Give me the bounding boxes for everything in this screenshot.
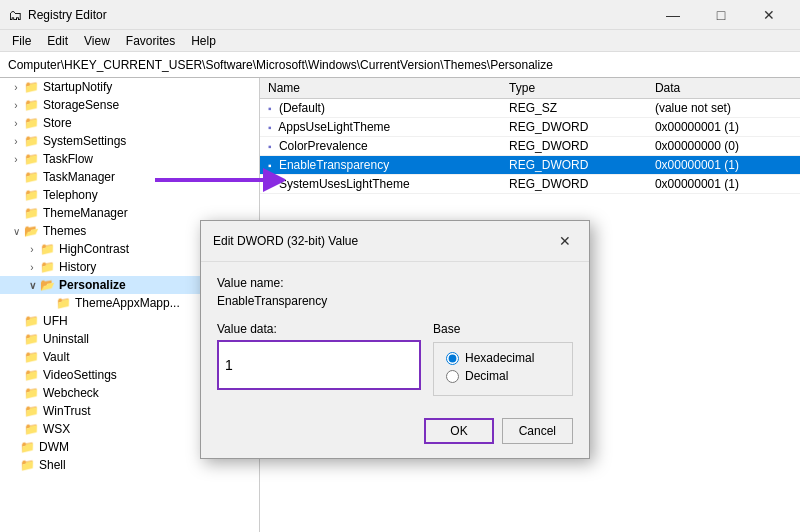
dialog-title: Edit DWORD (32-bit) Value [213, 234, 358, 248]
table-row-enabletransparency[interactable]: ▪ EnableTransparency REG_DWORD 0x0000000… [260, 156, 800, 175]
folder-icon: 📁 [24, 350, 39, 364]
tree-label: WSX [43, 422, 70, 436]
folder-icon: 📁 [24, 116, 39, 130]
base-section: Base Hexadecimal Decimal [433, 322, 573, 396]
cancel-button[interactable]: Cancel [502, 418, 573, 444]
folder-icon: 📁 [20, 440, 35, 454]
tree-label: HighContrast [59, 242, 129, 256]
folder-icon: 📁 [24, 152, 39, 166]
expand-icon: › [24, 262, 40, 273]
tree-label: History [59, 260, 96, 274]
tree-label: Telephony [43, 188, 98, 202]
address-path: Computer\HKEY_CURRENT_USER\Software\Micr… [8, 58, 553, 72]
folder-icon: 📁 [24, 314, 39, 328]
menu-view[interactable]: View [76, 32, 118, 50]
hexadecimal-option[interactable]: Hexadecimal [446, 351, 560, 365]
decimal-label: Decimal [465, 369, 508, 383]
decimal-radio[interactable] [446, 370, 459, 383]
tree-label: WinTrust [43, 404, 91, 418]
folder-open-icon: 📂 [24, 224, 39, 238]
folder-icon: 📁 [24, 206, 39, 220]
reg-dword-icon: ▪ [268, 141, 272, 152]
menu-favorites[interactable]: Favorites [118, 32, 183, 50]
tree-item-taskflow[interactable]: › 📁 TaskFlow [0, 150, 259, 168]
tree-item-startupnotify[interactable]: › 📁 StartupNotify [0, 78, 259, 96]
maximize-button[interactable]: □ [698, 0, 744, 30]
col-header-type[interactable]: Type [501, 78, 647, 99]
base-label: Base [433, 322, 573, 336]
tree-label: Shell [39, 458, 66, 472]
expand-icon: › [8, 82, 24, 93]
value-data-section: Value data: [217, 322, 421, 396]
reg-name: ▪ AppsUseLightTheme [260, 118, 501, 137]
folder-icon: 📁 [40, 260, 55, 274]
tree-label: Uninstall [43, 332, 89, 346]
reg-dword-icon: ▪ [268, 160, 272, 171]
value-name-value: EnableTransparency [217, 294, 573, 308]
menu-help[interactable]: Help [183, 32, 224, 50]
reg-type: REG_DWORD [501, 175, 647, 194]
folder-icon: 📁 [40, 242, 55, 256]
ok-button[interactable]: OK [424, 418, 493, 444]
table-row[interactable]: ▪ ColorPrevalence REG_DWORD 0x00000000 (… [260, 137, 800, 156]
tree-item-systemsettings[interactable]: › 📁 SystemSettings [0, 132, 259, 150]
tree-item-taskmanager[interactable]: 📁 TaskManager [0, 168, 259, 186]
value-name-label: Value name: [217, 276, 573, 290]
folder-icon: 📁 [24, 368, 39, 382]
tree-label: ThemeManager [43, 206, 128, 220]
reg-data: 0x00000000 (0) [647, 137, 800, 156]
folder-open-icon: 📂 [40, 278, 55, 292]
window-controls: — □ ✕ [650, 0, 792, 30]
dialog-titlebar: Edit DWORD (32-bit) Value ✕ [201, 221, 589, 262]
dialog-body: Value name: EnableTransparency Value dat… [201, 262, 589, 410]
address-bar[interactable]: Computer\HKEY_CURRENT_USER\Software\Micr… [0, 52, 800, 78]
folder-icon: 📁 [24, 98, 39, 112]
menu-file[interactable]: File [4, 32, 39, 50]
table-row[interactable]: ▪ (Default) REG_SZ (value not set) [260, 99, 800, 118]
table-row[interactable]: ▪ SystemUsesLightTheme REG_DWORD 0x00000… [260, 175, 800, 194]
expand-icon: › [24, 244, 40, 255]
reg-type: REG_DWORD [501, 156, 647, 175]
menu-edit[interactable]: Edit [39, 32, 76, 50]
close-button[interactable]: ✕ [746, 0, 792, 30]
tree-item-telephony[interactable]: 📁 Telephony [0, 186, 259, 204]
tree-item-store[interactable]: › 📁 Store [0, 114, 259, 132]
app-icon: 🗂 [8, 7, 22, 23]
minimize-button[interactable]: — [650, 0, 696, 30]
dialog-close-button[interactable]: ✕ [553, 229, 577, 253]
tree-item-storagesense[interactable]: › 📁 StorageSense [0, 96, 259, 114]
tree-label: ThemeAppxMapp... [75, 296, 180, 310]
reg-default-icon: ▪ [268, 103, 272, 114]
col-header-data[interactable]: Data [647, 78, 800, 99]
hexadecimal-radio[interactable] [446, 352, 459, 365]
tree-label: SystemSettings [43, 134, 126, 148]
value-data-input[interactable] [217, 340, 421, 390]
reg-data: 0x00000001 (1) [647, 118, 800, 137]
tree-label: Vault [43, 350, 69, 364]
folder-icon: 📁 [24, 332, 39, 346]
app-title: Registry Editor [28, 8, 107, 22]
dialog-row: Value data: Base Hexadecimal Decimal [217, 322, 573, 396]
col-header-name[interactable]: Name [260, 78, 501, 99]
menubar: File Edit View Favorites Help [0, 30, 800, 52]
folder-icon: 📁 [56, 296, 71, 310]
expand-icon: › [8, 136, 24, 147]
folder-icon: 📁 [24, 188, 39, 202]
tree-label: Store [43, 116, 72, 130]
reg-name: ▪ ColorPrevalence [260, 137, 501, 156]
value-data-label: Value data: [217, 322, 421, 336]
reg-dword-icon: ▪ [268, 122, 272, 133]
folder-icon: 📁 [20, 458, 35, 472]
tree-label: UFH [43, 314, 68, 328]
decimal-option[interactable]: Decimal [446, 369, 560, 383]
reg-data: 0x00000001 (1) [647, 175, 800, 194]
reg-data: 0x00000001 (1) [647, 156, 800, 175]
tree-label: Webcheck [43, 386, 99, 400]
tree-label: TaskManager [43, 170, 115, 184]
tree-label: TaskFlow [43, 152, 93, 166]
folder-icon: 📁 [24, 80, 39, 94]
expand-icon: › [8, 100, 24, 111]
folder-icon: 📁 [24, 134, 39, 148]
table-row[interactable]: ▪ AppsUseLightTheme REG_DWORD 0x00000001… [260, 118, 800, 137]
hexadecimal-label: Hexadecimal [465, 351, 534, 365]
